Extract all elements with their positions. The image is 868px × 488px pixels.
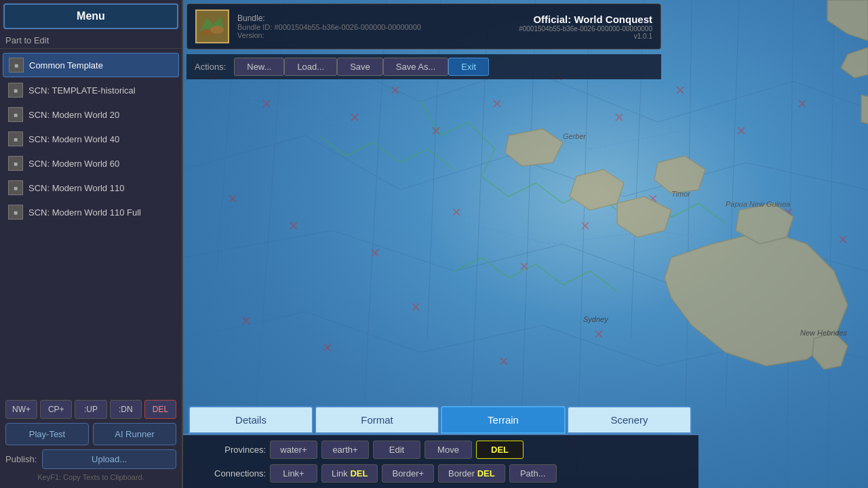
hint-text: KeyF1: Copy Texts to Clipboard. [5, 472, 176, 483]
province-buttons: water+earth+EditMoveDEL [270, 441, 524, 459]
scenario-label-scn-modern-20: SCN: Modern World 20 [28, 110, 119, 120]
tab-scenery[interactable]: Scenery [567, 406, 692, 434]
scenario-icon-scn-modern-20: ■ [8, 107, 23, 122]
svg-line-5 [793, 81, 868, 108]
scenario-label-scn-historical: SCN: TEMPLATE-historical [28, 85, 136, 96]
svg-line-39 [590, 129, 692, 149]
upload-button[interactable]: Upload... [42, 449, 176, 469]
svg-line-13 [332, 230, 454, 271]
actions-label: Actions: [195, 62, 226, 72]
provinces-label: Provinces: [191, 445, 266, 455]
connection-path-button[interactable]: Path... [509, 464, 557, 483]
bottom-buttons: NW+CP+:UP:DNDEL Play-TestAI Runner Publi… [0, 394, 182, 488]
bundle-info: Bundle: Bundle ID: #0001504b55-b36e-0026… [237, 14, 441, 39]
province-water-plus-button[interactable]: water+ [270, 441, 317, 459]
menu-header[interactable]: Menu [3, 3, 178, 29]
connection-link-del-button[interactable]: Link DEL [321, 464, 378, 483]
exit-action-button[interactable]: Exit [448, 58, 489, 76]
game-title: Official: World Conquest [449, 14, 652, 25]
new-action-button[interactable]: New... [234, 58, 284, 76]
connection-border-del-button[interactable]: Border DEL [438, 464, 505, 483]
svg-line-12 [183, 230, 332, 258]
wide-buttons-row: Play-TestAI Runner [5, 423, 176, 445]
scenario-label-scn-modern-110-full: SCN: Modern World 110 Full [28, 207, 141, 218]
bottom-panel: Provinces: water+earth+EditMoveDEL Conne… [183, 434, 698, 488]
tab-terrain[interactable]: Terrain [441, 406, 566, 434]
svg-line-11 [746, 163, 868, 190]
tab-bar: DetailsFormatTerrainScenery [183, 406, 698, 434]
top-panel: Bundle: Bundle ID: #0001504b55-b36e-0026… [186, 3, 661, 49]
game-bundle-id: #0001504b55-b36e-0026-000000-00000000 [449, 25, 652, 33]
province-earth-plus-button[interactable]: earth+ [321, 441, 369, 459]
connections-row: Connections: Link+Link DELBorder+Border … [191, 464, 690, 483]
up-button[interactable]: :UP [75, 400, 106, 419]
scenario-icon-scn-modern-110: ■ [8, 180, 23, 195]
svg-line-7 [305, 136, 400, 190]
map-label-png: Papua New Guinea [726, 200, 790, 208]
load-action-button[interactable]: Load... [284, 58, 337, 76]
play-test-button[interactable]: Play-Test [5, 423, 89, 445]
sidebar-item-scn-modern-20[interactable]: ■SCN: Modern World 20 [3, 103, 179, 126]
save-action-button[interactable]: Save [337, 58, 383, 76]
action-buttons: New...Load...SaveSave As...Exit [234, 58, 489, 76]
svg-marker-121 [812, 332, 848, 369]
part-to-edit-label: Part to Edit [0, 33, 182, 49]
bundle-id-value: #0001504b55-b36e-0026-000000-00000000 [274, 23, 421, 31]
action-buttons-row: NW+CP+:UP:DNDEL [5, 400, 176, 419]
ai-runner-button[interactable]: AI Runner [93, 423, 176, 445]
svg-line-31 [427, 0, 441, 339]
tab-format[interactable]: Format [315, 406, 439, 434]
scenario-icon-scn-historical: ■ [8, 83, 23, 98]
svg-line-40 [319, 217, 441, 237]
scenario-icon-scn-modern-110-full: ■ [8, 205, 23, 220]
connection-border-plus-button[interactable]: Border+ [382, 464, 434, 483]
map-label-timor: Timor [671, 190, 690, 198]
provinces-row: Provinces: water+earth+EditMoveDEL [191, 441, 690, 459]
publish-label: Publish: [5, 454, 37, 464]
province-edit-button[interactable]: Edit [373, 441, 420, 459]
svg-marker-120 [505, 129, 563, 166]
game-version: v1.0.1 [449, 33, 652, 40]
map-label-gerber: Gerber [563, 132, 586, 140]
svg-line-35 [827, 0, 834, 488]
scenario-icon-scn-modern-40: ■ [8, 131, 23, 146]
publish-row: Publish: Upload... [5, 449, 176, 469]
tab-details[interactable]: Details [189, 406, 313, 434]
sidebar-item-scn-modern-40[interactable]: ■SCN: Modern World 40 [3, 127, 179, 150]
scenario-icon-scn-modern-60: ■ [8, 156, 23, 171]
official-title: Official: World Conquest #0001504b55-b36… [449, 14, 652, 40]
svg-line-41 [441, 217, 549, 244]
nw-plus-button[interactable]: NW+ [5, 400, 37, 419]
map-label-new-hebrides: New Hebrides [800, 329, 847, 337]
scenario-label-scn-modern-110: SCN: Modern World 110 [28, 183, 124, 193]
dn-button[interactable]: :DN [110, 400, 142, 419]
scenario-icon-common-template: ■ [9, 58, 24, 73]
sidebar: Menu Part to Edit ■Common Template■SCN: … [0, 0, 183, 488]
svg-point-129 [210, 26, 224, 34]
sidebar-item-scn-modern-60[interactable]: ■SCN: Modern World 60 [3, 152, 179, 175]
svg-marker-123 [841, 47, 868, 78]
save-as-action-button[interactable]: Save As... [383, 58, 449, 76]
svg-marker-124 [861, 95, 868, 129]
bundle-name-label: Bundle: [237, 14, 441, 23]
svg-line-33 [631, 0, 644, 339]
bundle-id-label: Bundle ID: #0001504b55-b36e-0026-000000-… [237, 23, 441, 31]
scenario-label-scn-modern-40: SCN: Modern World 40 [28, 134, 119, 144]
sidebar-item-scn-modern-110-full[interactable]: ■SCN: Modern World 110 Full [3, 201, 179, 224]
svg-line-14 [454, 244, 563, 271]
sidebar-item-common-template[interactable]: ■Common Template [3, 53, 179, 77]
sidebar-item-scn-modern-110[interactable]: ■SCN: Modern World 110 [3, 176, 179, 199]
province-move-button[interactable]: Move [425, 441, 472, 459]
connections-label: Connections: [191, 468, 266, 479]
svg-line-36 [251, 102, 387, 136]
sidebar-item-scn-historical[interactable]: ■SCN: TEMPLATE-historical [3, 79, 179, 102]
del-button[interactable]: DEL [144, 400, 176, 419]
svg-line-19 [305, 312, 420, 352]
scenario-label-scn-modern-60: SCN: Modern World 60 [28, 159, 119, 169]
cp-plus-button[interactable]: CP+ [40, 400, 72, 419]
connection-link-plus-button[interactable]: Link+ [270, 464, 317, 483]
province-del-button[interactable]: DEL [476, 441, 524, 459]
bundle-icon [195, 9, 229, 43]
svg-line-18 [183, 312, 305, 339]
scenario-list: ■Common Template■SCN: TEMPLATE-historica… [0, 49, 182, 394]
